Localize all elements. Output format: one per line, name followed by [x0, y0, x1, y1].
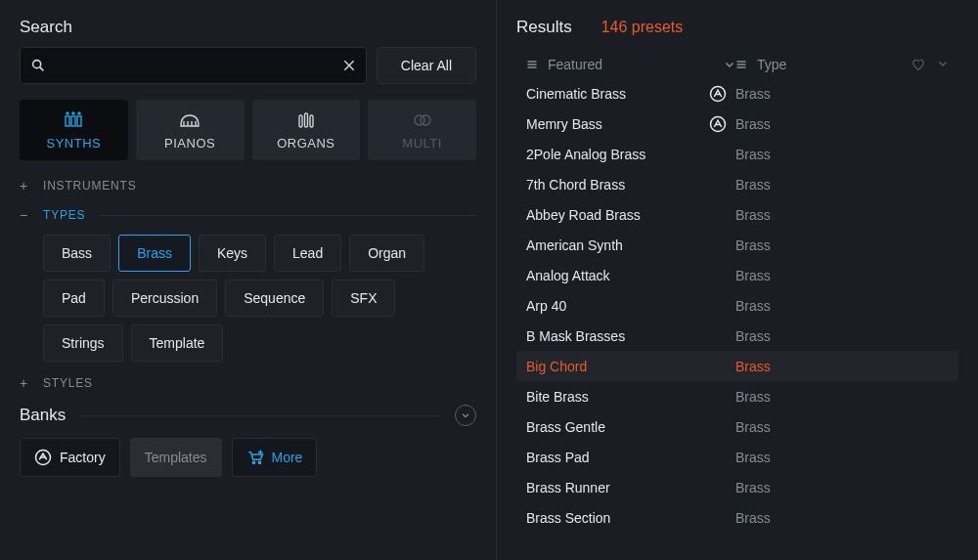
filter-panel: Search Clear All SYNTHS PIANOS — [0, 0, 497, 560]
preset-type: Brass — [735, 450, 771, 465]
heart-icon[interactable] — [911, 58, 925, 71]
preset-name: Bite Brass — [526, 389, 700, 405]
category-tab-multi[interactable]: MULTI — [368, 100, 476, 160]
preset-name: Brass Section — [526, 510, 700, 526]
result-row[interactable]: Arp 40Brass — [516, 290, 958, 321]
preset-type: Brass — [735, 86, 771, 102]
preset-name: Brass Runner — [526, 480, 700, 495]
category-tab-pianos[interactable]: PIANOS — [136, 100, 244, 160]
svg-line-1 — [40, 67, 44, 71]
plus-icon: + — [20, 375, 29, 391]
filter-types-header[interactable]: − TYPES — [20, 207, 476, 223]
cart-plus-icon — [246, 450, 264, 465]
preset-type: Brass — [735, 480, 771, 495]
svg-rect-14 — [299, 115, 302, 127]
chevron-down-icon — [724, 59, 735, 70]
category-tab-synths[interactable]: SYNTHS — [20, 100, 128, 160]
clear-input-icon[interactable] — [342, 59, 356, 72]
clear-all-button[interactable]: Clear All — [377, 47, 476, 84]
result-row[interactable]: B Mask BrassesBrass — [516, 321, 958, 351]
type-chip-lead[interactable]: Lead — [274, 235, 341, 272]
type-chip-organ[interactable]: Organ — [349, 235, 424, 272]
type-chip-sequence[interactable]: Sequence — [225, 280, 324, 317]
preset-name: Cinematic Brass — [526, 86, 700, 102]
preset-type: Brass — [735, 510, 771, 526]
result-row[interactable]: Memry BassBrass — [516, 108, 958, 139]
preset-type: Brass — [735, 207, 771, 223]
filter-styles-header[interactable]: + STYLES — [20, 375, 476, 391]
preset-name: Big Chord — [526, 359, 700, 374]
preset-type: Brass — [735, 116, 771, 132]
list-icon — [526, 59, 538, 70]
types-chips: Bass Brass Keys Lead Organ Pad Percussio… — [20, 235, 476, 362]
result-row[interactable]: Cinematic BrassBrass — [516, 78, 958, 108]
synth-icon — [62, 110, 85, 130]
svg-point-0 — [33, 61, 41, 68]
category-label: ORGANS — [277, 136, 334, 151]
search-input[interactable] — [56, 58, 333, 73]
divider — [79, 415, 441, 416]
banks-collapse-button[interactable] — [455, 405, 476, 426]
svg-rect-5 — [71, 116, 75, 126]
bank-label: More — [272, 450, 303, 465]
preset-type: Brass — [735, 177, 771, 193]
result-row[interactable]: Brass GentleBrass — [516, 411, 958, 442]
column-header-type[interactable]: Type — [735, 57, 911, 72]
category-label: PIANOS — [164, 136, 215, 151]
preset-name: Analog Attack — [526, 268, 700, 283]
type-chip-template[interactable]: Template — [131, 324, 224, 362]
type-chip-pad[interactable]: Pad — [43, 280, 105, 317]
bank-factory[interactable]: Factory — [20, 438, 120, 477]
minus-icon: − — [20, 207, 29, 223]
results-count: 146 presets — [601, 19, 684, 36]
list-icon — [735, 59, 747, 70]
type-chip-bass[interactable]: Bass — [43, 235, 111, 272]
result-row[interactable]: Brass SectionBrass — [516, 502, 958, 533]
result-row[interactable]: Brass PadBrass — [516, 442, 958, 472]
filter-instruments-header[interactable]: + INSTRUMENTS — [20, 178, 476, 194]
category-label: MULTI — [402, 136, 442, 151]
preset-type: Brass — [735, 389, 771, 405]
result-row[interactable]: American SynthBrass — [516, 230, 958, 260]
preset-name: Arp 40 — [526, 298, 700, 314]
type-chip-sfx[interactable]: SFX — [332, 280, 395, 317]
type-chip-percussion[interactable]: Percussion — [112, 280, 217, 317]
divider — [99, 215, 476, 216]
piano-icon — [178, 110, 201, 130]
category-tab-organs[interactable]: ORGANS — [252, 100, 361, 160]
factory-badge-icon — [34, 449, 52, 466]
banks-title: Banks — [20, 406, 66, 425]
svg-rect-4 — [66, 116, 69, 126]
result-row[interactable]: 2Pole Analog BrassBrass — [516, 139, 958, 169]
result-row[interactable]: 7th Chord BrassBrass — [516, 169, 958, 199]
type-chip-brass[interactable]: Brass — [118, 235, 191, 272]
search-box[interactable] — [20, 47, 367, 84]
type-chip-strings[interactable]: Strings — [43, 324, 123, 362]
svg-rect-16 — [310, 115, 313, 127]
results-panel: Results 146 presets Featured Type — [497, 0, 978, 560]
result-row[interactable]: Analog AttackBrass — [516, 260, 958, 290]
preset-name: Abbey Road Brass — [526, 207, 700, 223]
bank-more[interactable]: More — [232, 438, 318, 477]
svg-point-18 — [421, 115, 430, 125]
multi-icon — [411, 110, 434, 130]
preset-type: Brass — [735, 359, 771, 374]
organ-icon — [294, 110, 318, 130]
result-row[interactable]: Bite BrassBrass — [516, 381, 958, 411]
column-header-featured[interactable]: Featured — [526, 57, 735, 72]
factory-badge-icon — [700, 85, 735, 103]
type-chip-keys[interactable]: Keys — [199, 235, 266, 272]
bank-templates[interactable]: Templates — [130, 438, 222, 477]
result-row[interactable]: Big ChordBrass — [516, 351, 958, 381]
plus-icon: + — [20, 178, 29, 194]
result-row[interactable]: Abbey Road BrassBrass — [516, 199, 958, 230]
preset-name: Brass Gentle — [526, 419, 700, 435]
preset-name: B Mask Brasses — [526, 328, 700, 344]
chevron-down-icon[interactable] — [937, 58, 949, 71]
preset-type: Brass — [735, 419, 771, 435]
factory-badge-icon — [700, 115, 735, 133]
svg-point-21 — [258, 461, 260, 463]
result-row[interactable]: Brass RunnerBrass — [516, 472, 958, 502]
category-tabs: SYNTHS PIANOS ORGANS MULTI — [20, 100, 476, 160]
preset-name: 7th Chord Brass — [526, 177, 700, 193]
